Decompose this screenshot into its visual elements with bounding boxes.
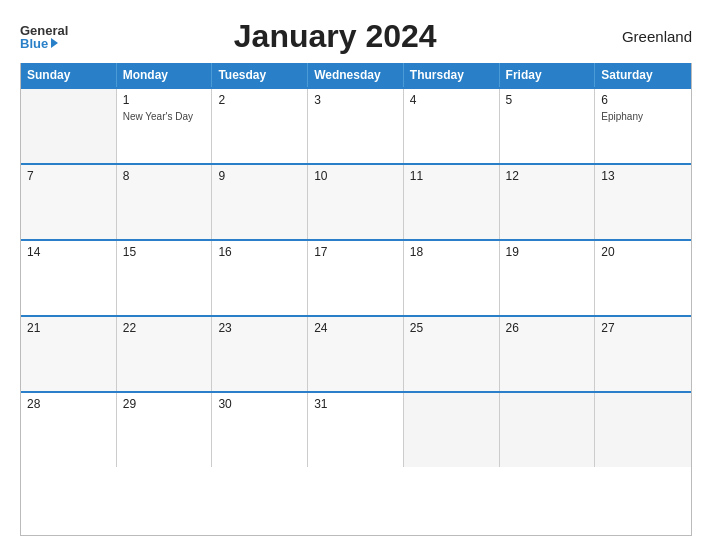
calendar-day: 12 — [500, 165, 596, 239]
day-number: 19 — [506, 245, 589, 259]
day-number: 1 — [123, 93, 206, 107]
calendar-header-cell: Sunday — [21, 63, 117, 87]
calendar-grid: SundayMondayTuesdayWednesdayThursdayFrid… — [20, 63, 692, 536]
region-label: Greenland — [602, 28, 692, 45]
calendar-day: 8 — [117, 165, 213, 239]
calendar-day: 6Epiphany — [595, 89, 691, 163]
day-number: 30 — [218, 397, 301, 411]
calendar-week-row: 78910111213 — [21, 163, 691, 239]
calendar-week-row: 21222324252627 — [21, 315, 691, 391]
calendar-day: 27 — [595, 317, 691, 391]
calendar-day: 21 — [21, 317, 117, 391]
calendar-day: 17 — [308, 241, 404, 315]
calendar-header-cell: Thursday — [404, 63, 500, 87]
day-number: 9 — [218, 169, 301, 183]
calendar-day: 29 — [117, 393, 213, 467]
day-number: 2 — [218, 93, 301, 107]
calendar-title: January 2024 — [68, 18, 602, 55]
calendar-day — [21, 89, 117, 163]
calendar-header-row: SundayMondayTuesdayWednesdayThursdayFrid… — [21, 63, 691, 87]
day-number: 23 — [218, 321, 301, 335]
calendar-day: 14 — [21, 241, 117, 315]
calendar-week-row: 28293031 — [21, 391, 691, 467]
day-number: 13 — [601, 169, 685, 183]
day-number: 24 — [314, 321, 397, 335]
day-number: 12 — [506, 169, 589, 183]
day-number: 5 — [506, 93, 589, 107]
day-number: 8 — [123, 169, 206, 183]
calendar-day — [404, 393, 500, 467]
calendar-day: 20 — [595, 241, 691, 315]
calendar-header-cell: Saturday — [595, 63, 691, 87]
calendar-header-cell: Wednesday — [308, 63, 404, 87]
calendar-week-row: 14151617181920 — [21, 239, 691, 315]
day-number: 25 — [410, 321, 493, 335]
calendar-day: 2 — [212, 89, 308, 163]
day-event: Epiphany — [601, 111, 643, 122]
calendar-day: 10 — [308, 165, 404, 239]
calendar-day: 11 — [404, 165, 500, 239]
day-number: 6 — [601, 93, 685, 107]
calendar-day: 28 — [21, 393, 117, 467]
calendar-day: 22 — [117, 317, 213, 391]
day-number: 10 — [314, 169, 397, 183]
day-number: 31 — [314, 397, 397, 411]
day-number: 11 — [410, 169, 493, 183]
day-number: 26 — [506, 321, 589, 335]
calendar-page: General Blue January 2024 Greenland Sund… — [0, 0, 712, 550]
calendar-day: 1New Year's Day — [117, 89, 213, 163]
logo-general-text: General — [20, 24, 68, 37]
calendar-day: 30 — [212, 393, 308, 467]
calendar-day: 23 — [212, 317, 308, 391]
day-number: 7 — [27, 169, 110, 183]
calendar-day: 13 — [595, 165, 691, 239]
day-number: 4 — [410, 93, 493, 107]
day-number: 3 — [314, 93, 397, 107]
calendar-day: 7 — [21, 165, 117, 239]
day-number: 22 — [123, 321, 206, 335]
day-number: 17 — [314, 245, 397, 259]
day-number: 16 — [218, 245, 301, 259]
day-number: 28 — [27, 397, 110, 411]
calendar-day: 18 — [404, 241, 500, 315]
logo: General Blue — [20, 24, 68, 50]
calendar-day: 9 — [212, 165, 308, 239]
calendar-day: 24 — [308, 317, 404, 391]
calendar-day: 4 — [404, 89, 500, 163]
calendar-day: 19 — [500, 241, 596, 315]
calendar-day: 5 — [500, 89, 596, 163]
day-number: 14 — [27, 245, 110, 259]
calendar-header-cell: Tuesday — [212, 63, 308, 87]
page-header: General Blue January 2024 Greenland — [20, 18, 692, 55]
calendar-day: 3 — [308, 89, 404, 163]
logo-triangle-icon — [51, 38, 58, 48]
day-number: 15 — [123, 245, 206, 259]
calendar-day — [595, 393, 691, 467]
calendar-day: 16 — [212, 241, 308, 315]
day-event: New Year's Day — [123, 111, 193, 122]
day-number: 20 — [601, 245, 685, 259]
day-number: 27 — [601, 321, 685, 335]
calendar-day: 15 — [117, 241, 213, 315]
day-number: 18 — [410, 245, 493, 259]
logo-blue-text: Blue — [20, 37, 58, 50]
day-number: 21 — [27, 321, 110, 335]
calendar-day: 31 — [308, 393, 404, 467]
day-number: 29 — [123, 397, 206, 411]
calendar-week-row: 1New Year's Day23456Epiphany — [21, 87, 691, 163]
calendar-day: 25 — [404, 317, 500, 391]
calendar-header-cell: Friday — [500, 63, 596, 87]
calendar-day: 26 — [500, 317, 596, 391]
calendar-day — [500, 393, 596, 467]
calendar-header-cell: Monday — [117, 63, 213, 87]
